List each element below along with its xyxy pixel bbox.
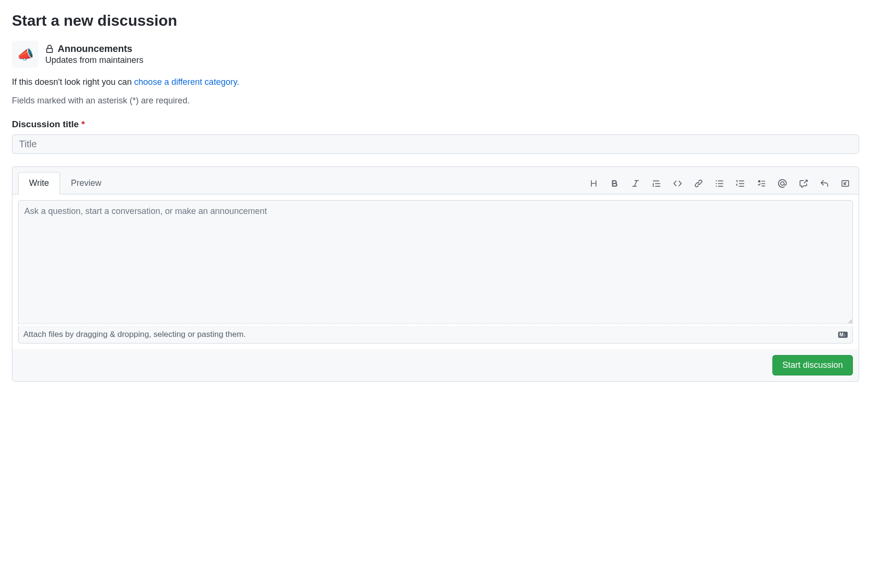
hint-prefix: If this doesn't look right you can [12,77,134,87]
form-actions: Start discussion [12,349,859,381]
required-fields-note: Fields marked with an asterisk (*) are r… [12,96,859,106]
editor-box: Write Preview [12,166,859,382]
code-icon[interactable] [673,179,682,188]
attach-files-row[interactable]: Attach files by dragging & dropping, sel… [18,326,853,344]
cross-reference-icon[interactable] [799,179,808,188]
task-list-icon[interactable] [757,179,766,188]
choose-category-link[interactable]: choose a different category. [134,77,239,87]
discussion-title-label: Discussion title * [12,119,859,130]
discussion-body-textarea[interactable] [18,200,853,324]
tab-preview[interactable]: Preview [60,172,112,194]
discussion-title-label-text: Discussion title [12,119,79,129]
category-name: Announcements [58,43,132,54]
heading-icon[interactable] [589,179,598,188]
megaphone-icon: 📣 [17,47,34,62]
editor-header: Write Preview [12,167,859,194]
category-header: 📣 Announcements Updates from maintainers [12,41,859,68]
editor-body: Attach files by dragging & dropping, sel… [12,194,859,349]
bold-icon[interactable] [610,179,619,188]
category-hint: If this doesn't look right you can choos… [12,77,859,87]
lock-icon [45,45,54,53]
editor-tabs: Write Preview [18,172,112,194]
unordered-list-icon[interactable] [715,179,724,188]
quote-icon[interactable] [652,179,661,188]
link-icon[interactable] [694,179,703,188]
start-discussion-button[interactable]: Start discussion [772,355,853,375]
italic-icon[interactable] [631,179,640,188]
page-title: Start a new discussion [12,12,859,30]
category-emoji-box: 📣 [12,41,39,68]
reply-icon[interactable] [820,179,829,188]
discussion-title-input[interactable] [12,134,859,154]
ordered-list-icon[interactable] [736,179,745,188]
category-text: Announcements Updates from maintainers [45,43,143,65]
formatting-toolbar [589,179,853,194]
fullscreen-icon[interactable] [841,179,850,188]
attach-files-hint: Attach files by dragging & dropping, sel… [23,330,246,339]
markdown-icon[interactable]: M↓ [838,332,848,338]
category-description: Updates from maintainers [45,55,143,65]
tab-write[interactable]: Write [18,172,60,194]
required-asterisk: * [81,119,85,129]
mention-icon[interactable] [778,179,787,188]
